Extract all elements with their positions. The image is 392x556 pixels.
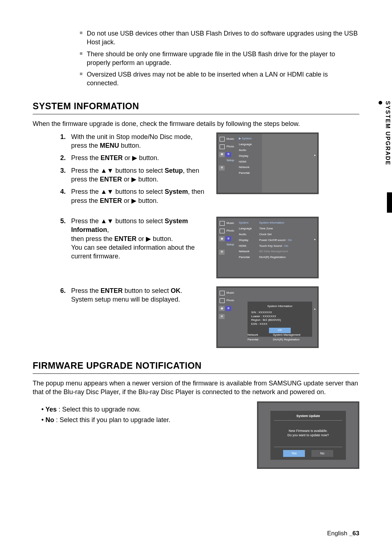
heading-rule: [33, 114, 359, 114]
scroll-arrow-icon: ▸: [314, 238, 316, 242]
osd-icon-row: ⊕: [218, 312, 237, 320]
section-heading-firmware-notification: FIRMWARE UPGRADE NOTIFICATION: [33, 360, 359, 372]
osd-item: Time Zone: [257, 226, 290, 232]
osd-sysinfo-dialog: System Information S/N : XXXXXXX Loader …: [248, 302, 312, 337]
osd-nav-item: Music: [218, 135, 237, 143]
step-item: With the unit in Stop mode/No Disc mode,…: [60, 132, 205, 150]
sysinfo-line: S/N : XXXXXXX: [251, 311, 309, 315]
osd-nav-item: Photo: [218, 297, 237, 304]
update-dialog-buttons: Yes No: [274, 447, 342, 457]
osd-setup-menu: Music Photo ◉✲ Setup ⊕ ▶ System Language…: [216, 132, 319, 194]
osd-firmware-update-popup: System Update New Firmware is available.…: [257, 401, 359, 469]
osd-item: Network: [237, 165, 262, 171]
osd-item: DivX(R) Registration: [257, 255, 290, 261]
osd-dialog-title: System Information: [251, 304, 309, 308]
gear-icon: ✲: [225, 152, 231, 157]
osd-item: NetworkSystem Management: [248, 333, 258, 338]
ok-button[interactable]: OK: [269, 328, 291, 333]
osd-nav-item: Music: [218, 289, 237, 297]
osd-body: [262, 134, 317, 193]
step-item: Press the ENTER or ▶ button.: [60, 154, 205, 162]
side-section-marker: [387, 192, 392, 213]
step-list: With the unit in Stop mode/No Disc mode,…: [60, 132, 205, 205]
osd-system-submenu: Music Photo ◉✲ Setup ⊕ System Language A…: [216, 217, 319, 278]
bullet-icon: [80, 52, 82, 55]
update-dialog-line: Do you want to update now?: [274, 433, 342, 437]
osd-system-information-panel: Music Photo ◉✲ ⊕ System Information S/N …: [216, 286, 319, 348]
osd-nav-item: Photo: [218, 143, 237, 151]
osd-item: Language: [237, 142, 262, 148]
firmware-option: • No : Select this if you plan to upgrad…: [41, 416, 242, 424]
osd-left-nav: Music Photo ◉✲ Setup ⊕: [218, 135, 237, 193]
page-footer: English _63: [327, 530, 359, 538]
firmware-intro: The popup menu appears when a newer vers…: [33, 379, 359, 397]
video-source-icon: ◉: [219, 306, 225, 311]
sysinfo-line: ESN : XXXX: [251, 322, 309, 326]
osd-icon-row: ⊕: [218, 164, 237, 172]
usb-warning-list: Do not use USB devices other than USB Fl…: [80, 29, 359, 88]
sysinfo-intro: When the firmware upgrade is done, check…: [33, 119, 359, 128]
footer-page-number: _63: [349, 530, 359, 537]
step-item: Press the ENTER button to select OK. Sys…: [60, 286, 205, 304]
globe-icon: ⊕: [219, 314, 225, 319]
osd-item: Network: [237, 249, 257, 255]
osd-item-selected: System Information: [257, 220, 290, 226]
osd-item: HDMI: [237, 159, 262, 165]
osd-item: Touch Key Sound : On: [257, 243, 290, 249]
firmware-options-list: • Yes : Select this to upgrade now. • No…: [41, 405, 242, 424]
osd-item: Audio: [237, 147, 262, 153]
osd-nav-item: Music: [218, 220, 237, 227]
side-section-label: SYSTEM UPGRADE: [384, 101, 392, 165]
osd-item: Display: [237, 153, 262, 159]
music-icon: [220, 137, 225, 142]
osd-item-selected: System: [237, 220, 257, 226]
osd-system-column: System Information Time Zone Clock Set P…: [257, 220, 290, 277]
sysinfo-line: Loader : XXXXXXX: [251, 315, 309, 319]
photo-icon: [220, 229, 225, 233]
step-list: Press the ▲▼ buttons to select System In…: [60, 217, 205, 261]
osd-icon-row: ◉✲: [218, 304, 237, 312]
osd-nav-item-selected: Setup: [218, 241, 237, 248]
yes-button[interactable]: Yes: [283, 450, 305, 457]
warning-text: There should be only one firmware upgrad…: [87, 50, 359, 68]
osd-setup-column: ▶ System Language Audio Display HDMI Net…: [237, 136, 262, 193]
video-source-icon: ◉: [219, 152, 225, 157]
music-icon: [220, 221, 225, 226]
osd-item: Language: [237, 226, 257, 232]
step-item: Press the ▲▼ buttons to select System In…: [60, 217, 205, 261]
osd-item-selected: ▶ System: [237, 136, 262, 142]
no-button[interactable]: No: [311, 450, 333, 457]
osd-item-disabled: BD Data Management: [257, 249, 290, 255]
photo-icon: [220, 298, 225, 303]
osd-nav-item-selected: Setup: [218, 157, 237, 164]
osd-item: Clock Set: [257, 232, 290, 238]
update-dialog-line: New Firmware is available.: [274, 429, 342, 433]
section-heading-system-information: SYSTEM INFORMATION: [33, 100, 359, 113]
osd-left-nav: Music Photo ◉✲ Setup ⊕: [218, 220, 237, 277]
update-dialog: System Update New Firmware is available.…: [270, 411, 346, 460]
step-6-block: Press the ENTER button to select OK. Sys…: [60, 286, 359, 348]
osd-item: Parental: [237, 171, 262, 176]
osd-setup-column: System Language Audio Display HDMI Netwo…: [237, 220, 257, 277]
update-dialog-title: System Update: [274, 414, 342, 421]
osd-item: Display: [237, 237, 257, 243]
osd-icon-row: ⊕: [218, 248, 237, 256]
warning-text: Do not use USB devices other than USB Fl…: [87, 29, 359, 47]
osd-left-nav: Music Photo ◉✲ ⊕: [218, 289, 237, 347]
step-5-block: Press the ▲▼ buttons to select System In…: [60, 217, 359, 278]
photo-icon: [220, 144, 225, 149]
osd-item: Audio: [237, 232, 257, 238]
step-list: Press the ENTER button to select OK. Sys…: [60, 286, 205, 304]
side-section-tab: SYSTEM UPGRADE: [378, 101, 392, 206]
warning-text: Oversized USB drives may not be able to …: [87, 70, 359, 88]
bullet-icon: [80, 73, 82, 75]
osd-item: HDMI: [237, 243, 257, 249]
scroll-arrow-icon: ▸: [314, 307, 316, 311]
osd-item: Parental: [237, 255, 257, 261]
firmware-option: • Yes : Select this to upgrade now.: [41, 405, 242, 414]
gear-icon: ✲: [225, 236, 231, 241]
globe-icon: ⊕: [219, 250, 225, 255]
osd-nav-item: Photo: [218, 227, 237, 235]
heading-rule: [33, 373, 359, 374]
osd-item: Power On/Off sound : On: [257, 237, 290, 243]
